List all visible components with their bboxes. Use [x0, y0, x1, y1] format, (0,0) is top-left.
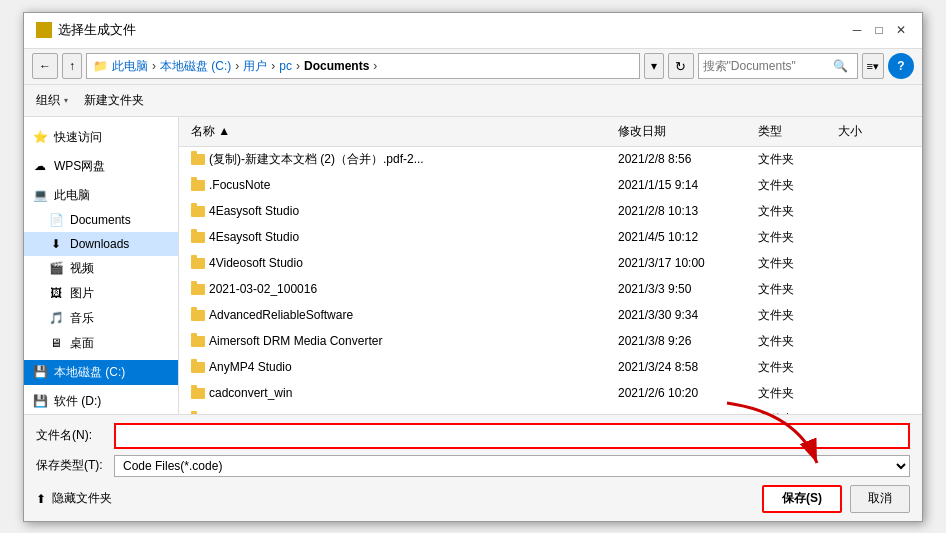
sidebar-label-documents: Documents — [70, 213, 131, 227]
nav-toolbar: ← ↑ 📁 此电脑 › 本地磁盘 (C:) › 用户 › pc › Docume… — [24, 49, 922, 85]
breadcrumb-users[interactable]: 用户 — [243, 58, 267, 75]
file-size-cell — [834, 201, 914, 222]
sidebar-item-music[interactable]: 🎵 音乐 — [24, 306, 178, 331]
table-row[interactable]: cadconvert_win 2021/2/6 10:20 文件夹 — [179, 381, 922, 407]
folder-icon — [191, 388, 205, 399]
file-size-cell — [834, 357, 914, 378]
breadcrumb-sep-3: › — [271, 59, 275, 73]
folder-icon — [191, 232, 205, 243]
save-button[interactable]: 保存(S) — [762, 485, 842, 513]
sidebar-item-ddrive[interactable]: 💾 软件 (D:) — [24, 389, 178, 414]
search-input[interactable] — [703, 59, 833, 73]
organize-button[interactable]: 组织 ▾ — [32, 90, 72, 111]
file-size-cell — [834, 149, 914, 170]
filename-label: 文件名(N): — [36, 427, 106, 444]
view-button[interactable]: ≡▾ — [862, 53, 884, 79]
file-type-cell: 文件夹 — [754, 201, 834, 222]
file-date: 2021/2/6 10:20 — [618, 386, 698, 400]
breadcrumb[interactable]: 📁 此电脑 › 本地磁盘 (C:) › 用户 › pc › Documents … — [86, 53, 640, 79]
header-date[interactable]: 修改日期 — [614, 121, 754, 142]
cancel-button[interactable]: 取消 — [850, 485, 910, 513]
sidebar-item-documents[interactable]: 📄 Documents — [24, 208, 178, 232]
organize-label: 组织 — [36, 92, 60, 109]
organize-dropdown-icon: ▾ — [64, 96, 68, 105]
sidebar-label-wps: WPS网盘 — [54, 158, 105, 175]
hide-folders-icon: ⬆ — [36, 492, 46, 506]
breadcrumb-disk[interactable]: 本地磁盘 (C:) — [160, 58, 231, 75]
sidebar-item-desktop[interactable]: 🖥 桌面 — [24, 331, 178, 356]
new-folder-button[interactable]: 新建文件夹 — [80, 90, 148, 111]
file-size-cell — [834, 175, 914, 196]
table-row[interactable]: Aimersoft DRM Media Converter 2021/3/8 9… — [179, 329, 922, 355]
file-date-cell: 2021/2/6 10:20 — [614, 383, 754, 404]
file-type: 文件夹 — [758, 151, 794, 168]
sidebar-item-downloads[interactable]: ⬇ Downloads — [24, 232, 178, 256]
filetype-label: 保存类型(T): — [36, 457, 106, 474]
sidebar-item-pictures[interactable]: 🖼 图片 — [24, 281, 178, 306]
dropdown-button[interactable]: ▾ — [644, 53, 664, 79]
breadcrumb-current[interactable]: Documents — [304, 59, 369, 73]
dialog-title: 选择生成文件 — [58, 21, 136, 39]
table-row[interactable]: 4Easysoft Studio 2021/2/8 10:13 文件夹 — [179, 199, 922, 225]
header-name[interactable]: 名称 ▲ — [187, 121, 614, 142]
file-name-cell: (复制)-新建文本文档 (2)（合并）.pdf-2... — [187, 149, 614, 170]
back-button[interactable]: ← — [32, 53, 58, 79]
file-type: 文件夹 — [758, 229, 794, 246]
refresh-button[interactable]: ↻ — [668, 53, 694, 79]
table-row[interactable]: (复制)-新建文本文档 (2)（合并）.pdf-2... 2021/2/8 8:… — [179, 147, 922, 173]
file-dialog: 选择生成文件 ─ □ ✕ ← ↑ 📁 此电脑 › 本地磁盘 (C:) › 用户 … — [23, 12, 923, 522]
file-name: 2021-03-02_100016 — [209, 282, 317, 296]
breadcrumb-pc[interactable]: pc — [279, 59, 292, 73]
breadcrumb-computer[interactable]: 此电脑 — [112, 58, 148, 75]
sidebar-item-cdrive[interactable]: 💾 本地磁盘 (C:) — [24, 360, 178, 385]
maximize-button[interactable]: □ — [870, 21, 888, 39]
close-button[interactable]: ✕ — [892, 21, 910, 39]
table-row[interactable]: .FocusNote 2021/1/15 9:14 文件夹 — [179, 173, 922, 199]
sidebar-item-quickaccess[interactable]: ⭐ 快速访问 — [24, 125, 178, 150]
header-size[interactable]: 大小 — [834, 121, 914, 142]
help-button[interactable]: ? — [888, 53, 914, 79]
sidebar-section-computer: 💻 此电脑 📄 Documents ⬇ Downloads 🎬 视频 🖼 — [24, 183, 178, 356]
table-row[interactable]: 2021-03-02_100016 2021/3/3 9:50 文件夹 — [179, 277, 922, 303]
file-type-cell: 文件夹 — [754, 357, 834, 378]
search-bar[interactable]: 🔍 — [698, 53, 858, 79]
sidebar-section-cdrive: 💾 本地磁盘 (C:) — [24, 360, 178, 385]
hide-folders[interactable]: ⬆ 隐藏文件夹 — [36, 490, 112, 507]
title-controls: ─ □ ✕ — [848, 21, 910, 39]
folder-icon — [191, 362, 205, 373]
up-button[interactable]: ↑ — [62, 53, 82, 79]
header-type[interactable]: 类型 — [754, 121, 834, 142]
sidebar-item-videos[interactable]: 🎬 视频 — [24, 256, 178, 281]
table-row[interactable]: 4Esaysoft Studio 2021/4/5 10:12 文件夹 — [179, 225, 922, 251]
filetype-select[interactable]: Code Files(*.code) — [114, 455, 910, 477]
sidebar-label-cdrive: 本地磁盘 (C:) — [54, 364, 125, 381]
file-size-cell — [834, 253, 914, 274]
bottom-section: 文件名(N): 保存类型(T): Code Files(*.code) ⬆ 隐藏… — [24, 414, 922, 521]
file-date: 2021/3/8 9:26 — [618, 334, 691, 348]
file-name-cell: AdvancedReliableSoftware — [187, 305, 614, 326]
search-icon[interactable]: 🔍 — [833, 59, 848, 73]
file-date: 2021/2/8 10:13 — [618, 204, 698, 218]
music-icon: 🎵 — [48, 310, 64, 326]
table-row[interactable]: AdvancedReliableSoftware 2021/3/30 9:34 … — [179, 303, 922, 329]
table-row[interactable]: CADEditorX 14 2020/12/31 11:37 文件夹 — [179, 407, 922, 414]
file-type-cell: 文件夹 — [754, 175, 834, 196]
table-row[interactable]: AnyMP4 Studio 2021/3/24 8:58 文件夹 — [179, 355, 922, 381]
file-type-cell: 文件夹 — [754, 149, 834, 170]
file-type: 文件夹 — [758, 385, 794, 402]
star-icon: ⭐ — [32, 129, 48, 145]
sidebar-item-wps[interactable]: ☁ WPS网盘 — [24, 154, 178, 179]
file-date: 2021/3/24 8:58 — [618, 360, 698, 374]
dialog-icon — [36, 22, 52, 38]
table-row[interactable]: 4Videosoft Studio 2021/3/17 10:00 文件夹 — [179, 251, 922, 277]
file-name: AnyMP4 Studio — [209, 360, 292, 374]
sidebar-item-computer[interactable]: 💻 此电脑 — [24, 183, 178, 208]
filename-input[interactable] — [116, 425, 908, 447]
minimize-button[interactable]: ─ — [848, 21, 866, 39]
sidebar-label-computer: 此电脑 — [54, 187, 90, 204]
file-name: cadconvert_win — [209, 386, 292, 400]
sidebar-label-quickaccess: 快速访问 — [54, 129, 102, 146]
file-name-cell: 2021-03-02_100016 — [187, 279, 614, 300]
filename-input-wrapper — [114, 423, 910, 449]
filename-row: 文件名(N): — [36, 423, 910, 449]
